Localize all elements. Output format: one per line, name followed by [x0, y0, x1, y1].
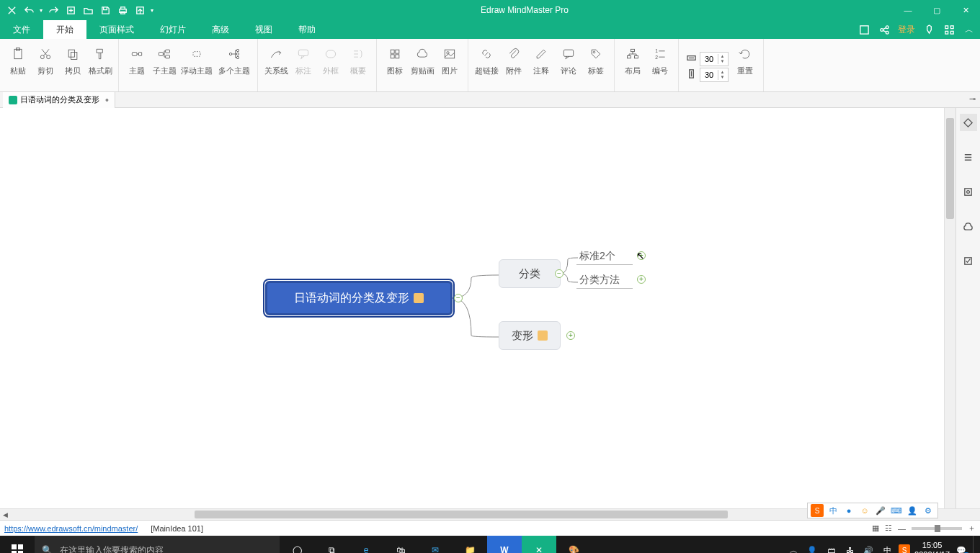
- picture-button[interactable]: 图片: [436, 43, 463, 90]
- close-button[interactable]: ✕: [951, 0, 980, 20]
- width-up[interactable]: ▲: [718, 54, 726, 59]
- ime-emoji-icon[interactable]: ☺: [858, 504, 871, 517]
- sidepanel-task-icon[interactable]: [960, 252, 977, 269]
- export-dropdown-icon[interactable]: ▾: [148, 0, 156, 20]
- tray-ime-label[interactable]: 中: [880, 543, 894, 553]
- theme-icon[interactable]: [922, 23, 935, 36]
- zoom-out-button[interactable]: —: [898, 524, 906, 533]
- task-view-icon[interactable]: ⧉: [314, 536, 349, 553]
- mindmap-node-category[interactable]: 分类: [499, 259, 561, 288]
- new-icon[interactable]: [62, 0, 79, 20]
- vertical-scrollbar[interactable]: [944, 108, 956, 508]
- tray-volume-icon[interactable]: 🔊: [861, 543, 876, 553]
- leaf2-add-toggle[interactable]: +: [637, 275, 646, 284]
- sidepanel-outline-icon[interactable]: [960, 148, 977, 166]
- conjugation-add-toggle[interactable]: +: [566, 331, 575, 340]
- menu-start[interactable]: 开始: [43, 20, 86, 39]
- tray-notifications-icon[interactable]: 💬2: [954, 543, 968, 553]
- ime-person-icon[interactable]: 👤: [906, 504, 919, 517]
- task-paint-icon[interactable]: 🎨: [556, 536, 591, 553]
- root-collapse-toggle[interactable]: −: [454, 294, 463, 302]
- menu-view[interactable]: 视图: [242, 20, 285, 39]
- open-icon[interactable]: [79, 0, 97, 20]
- task-mindmaster-icon[interactable]: ✕: [522, 536, 556, 553]
- tray-clock[interactable]: 15:05 2020/4/17: [914, 541, 950, 553]
- save-icon[interactable]: [97, 0, 114, 20]
- minimize-button[interactable]: —: [894, 0, 922, 20]
- login-link[interactable]: 登录: [898, 24, 915, 36]
- height-up[interactable]: ▲: [718, 70, 726, 75]
- layout-button[interactable]: 布局: [619, 43, 646, 90]
- clipart-button[interactable]: 剪贴画: [409, 43, 436, 90]
- document-tab[interactable]: 日语动词的分类及变形 •: [3, 92, 115, 108]
- width-input[interactable]: [700, 55, 718, 63]
- maximize-button[interactable]: ▢: [922, 0, 951, 20]
- show-desktop-button[interactable]: [973, 536, 977, 553]
- ime-voice-icon[interactable]: 🎤: [874, 504, 887, 517]
- hscroll-left[interactable]: ◀: [0, 509, 10, 521]
- width-down[interactable]: ▼: [718, 59, 726, 64]
- export-icon[interactable]: [131, 0, 148, 20]
- callout-button[interactable]: 标注: [290, 43, 317, 90]
- collapse-ribbon-icon[interactable]: ︿: [963, 23, 976, 36]
- tray-battery-icon[interactable]: 🗃: [824, 543, 838, 553]
- ime-floating-toolbar[interactable]: S 中 ● ☺ 🎤 ⌨ 👤 ⚙: [807, 503, 938, 518]
- taskbar-search[interactable]: 🔍 在这里输入你要搜索的内容: [35, 536, 280, 553]
- apps-icon[interactable]: [943, 23, 956, 36]
- undo-dropdown-icon[interactable]: ▾: [37, 0, 45, 20]
- redo-icon[interactable]: [45, 0, 62, 20]
- sidepanel-clipart-icon[interactable]: [960, 217, 977, 235]
- task-edge-icon[interactable]: e: [349, 536, 383, 553]
- relation-button[interactable]: 关系线: [262, 43, 290, 90]
- height-down[interactable]: ▼: [718, 75, 726, 80]
- menu-advanced[interactable]: 高级: [199, 20, 242, 39]
- mindmap-node-conjugation[interactable]: 变形: [499, 321, 561, 350]
- canvas[interactable]: 日语动词的分类及变形 − 分类 − 变形 + 标准2个 + 分类方法 + ↖: [0, 108, 944, 508]
- menu-page-style[interactable]: 页面样式: [86, 20, 147, 39]
- tray-up-icon[interactable]: ︿: [786, 543, 801, 553]
- note-button[interactable]: 注释: [527, 43, 555, 90]
- task-cortana-icon[interactable]: ◯: [280, 536, 314, 553]
- boundary-button[interactable]: 外框: [317, 43, 344, 90]
- ime-keyboard-icon[interactable]: ⌨: [890, 504, 903, 517]
- ime-sogou-icon[interactable]: S: [811, 504, 824, 517]
- width-spinner[interactable]: ▲▼: [700, 52, 729, 66]
- ime-punct-icon[interactable]: ●: [842, 504, 855, 517]
- subtopic-button[interactable]: 子主题: [151, 43, 178, 90]
- vscroll-thumb[interactable]: [946, 118, 954, 219]
- menu-slideshow[interactable]: 幻灯片: [147, 20, 199, 39]
- task-store-icon[interactable]: 🛍: [383, 536, 418, 553]
- icons-button[interactable]: 图标: [381, 43, 409, 90]
- tag-button[interactable]: 标签: [582, 43, 610, 90]
- task-explorer-icon[interactable]: 📁: [453, 536, 487, 553]
- topic-button[interactable]: 主题: [123, 43, 151, 90]
- pin-panel-icon[interactable]: ⊸: [969, 94, 976, 104]
- paste-button[interactable]: 粘贴: [4, 43, 32, 90]
- mindmap-root-node[interactable]: 日语动词的分类及变形: [265, 281, 453, 315]
- sidepanel-iconlib-icon[interactable]: [960, 183, 977, 200]
- note-indicator-icon[interactable]: [538, 331, 548, 341]
- ime-settings-icon[interactable]: ⚙: [922, 504, 935, 517]
- start-button[interactable]: [0, 536, 35, 553]
- copy-button[interactable]: 拷贝: [59, 43, 86, 90]
- height-input[interactable]: [700, 71, 718, 79]
- undo-icon[interactable]: [20, 0, 37, 20]
- menu-file[interactable]: 文件: [0, 20, 43, 39]
- attachment-button[interactable]: 附件: [500, 43, 527, 90]
- note-indicator-icon[interactable]: [414, 293, 424, 303]
- horizontal-scrollbar[interactable]: ◀ ▶: [0, 508, 944, 520]
- status-url-link[interactable]: https://www.edrawsoft.cn/mindmaster/: [4, 524, 138, 533]
- zoom-in-button[interactable]: ＋: [968, 523, 976, 534]
- task-mail-icon[interactable]: ✉: [418, 536, 453, 553]
- height-spinner[interactable]: ▲▼: [700, 68, 729, 82]
- task-wps-icon[interactable]: W: [487, 536, 522, 553]
- status-page-view-icon[interactable]: ▦: [872, 523, 879, 533]
- status-outline-view-icon[interactable]: ☷: [885, 523, 892, 533]
- mindmap-leaf-standard[interactable]: 标准2个: [576, 248, 633, 265]
- hscroll-thumb[interactable]: [195, 511, 728, 518]
- tray-network-icon[interactable]: 🖧: [842, 543, 857, 553]
- summary-button[interactable]: 概要: [344, 43, 372, 90]
- hyperlink-button[interactable]: 超链接: [473, 43, 500, 90]
- tray-sogou-icon[interactable]: S: [899, 544, 910, 553]
- cut-button[interactable]: 剪切: [32, 43, 59, 90]
